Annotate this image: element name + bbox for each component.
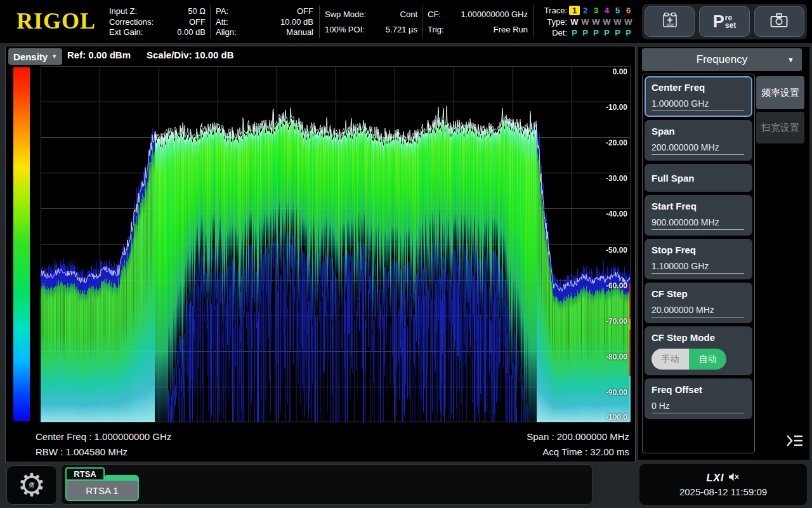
- trace-type-3[interactable]: W: [591, 17, 601, 27]
- swp-mode-value: Cont: [400, 10, 417, 19]
- trace-trace-1[interactable]: 1: [569, 6, 580, 15]
- trace-det-5[interactable]: P: [612, 28, 623, 37]
- trace-trace-2[interactable]: 2: [580, 6, 591, 15]
- lxi-indicator: LXI: [707, 472, 724, 484]
- menu-item-value: 20.000000 MHz: [652, 305, 744, 318]
- mode-tabs-panel: RTSA RTSA 1 +: [61, 464, 593, 505]
- scale-per-div-readout: Scale/Div: 10.00 dB: [147, 50, 234, 60]
- cf-trig-group: CF:1.000000000 GHz Trig:Free Run: [428, 6, 528, 37]
- camera-icon: [769, 12, 789, 31]
- poi-value: 5.721 µs: [386, 25, 417, 34]
- chevron-down-icon: ▼: [51, 53, 57, 60]
- frequency-sidebar: Frequency ▼ Center Freq1.000000 GHzSpan2…: [638, 47, 809, 460]
- multi-view-icon: VIEW: [661, 11, 679, 32]
- menu-collapse-icon[interactable]: [784, 432, 806, 450]
- menu-item-cf-step-mode[interactable]: CF Step Mode手动自动: [645, 326, 752, 375]
- preset-button[interactable]: P re set: [699, 6, 749, 37]
- menu-item-value: 900.000000 MHz: [652, 217, 744, 230]
- taskbar: ⚙ R RTSA RTSA 1 + LXI 2025-08-12 11: [0, 462, 812, 508]
- menu-item-cf-step[interactable]: CF Step20.000000 MHz: [645, 283, 752, 323]
- trace-status-det-label: Det:: [539, 28, 567, 37]
- trace-type-5[interactable]: W: [612, 17, 623, 27]
- swp-mode-label: Swp Mode:: [325, 10, 366, 19]
- rtsa-group-label: RTSA: [65, 467, 105, 481]
- menu-item-center-freq[interactable]: Center Freq1.000000 GHz: [645, 76, 752, 117]
- trace-det-6[interactable]: P: [623, 28, 634, 37]
- svg-text:VIEW: VIEW: [666, 23, 674, 27]
- ext-gain-value: 0.00 dB: [177, 27, 206, 37]
- corrections-value: OFF: [189, 17, 206, 27]
- tab-span-settings[interactable]: 扫宽设置: [756, 112, 804, 144]
- menu-item-stop-freq[interactable]: Stop Freq1.100000 GHz: [645, 239, 752, 279]
- menu-item-label: Full Span: [652, 173, 695, 184]
- system-status-panel[interactable]: LXI 2025-08-12 11:59:09: [639, 464, 807, 505]
- tab-frequency-settings[interactable]: 频率设置: [756, 76, 804, 109]
- pa-value: OFF: [297, 6, 313, 16]
- trace-det-1[interactable]: P: [569, 28, 580, 37]
- toggle-option-auto[interactable]: 自动: [689, 349, 726, 370]
- trace-trace-5[interactable]: 5: [612, 6, 623, 15]
- footer-acq-time: Acq Time : 32.00 ms: [542, 446, 629, 457]
- sweep-settings-group: Swp Mode:Cont 100% POI:5.721 µs: [325, 6, 417, 37]
- menu-item-span[interactable]: Span200.000000 MHz: [645, 120, 752, 161]
- trace-type-6[interactable]: W: [623, 17, 634, 27]
- menu-item-label: Center Freq: [652, 82, 745, 93]
- cf-value: 1.000000000 GHz: [461, 10, 528, 19]
- trace-type-4[interactable]: W: [601, 17, 612, 27]
- divider: [422, 5, 422, 38]
- footer-center-freq: Center Freq : 1.000000000 GHz: [36, 431, 171, 442]
- spectrum-panel: Density ▼ Ref: 0.00 dBm Scale/Div: 10.00…: [5, 46, 636, 462]
- rtsa-tab-label: RTSA 1: [65, 479, 139, 501]
- toggle-option-manual[interactable]: 手动: [652, 349, 689, 370]
- tab-span-settings-label: 扫宽设置: [761, 122, 799, 134]
- sidebar-menu: Center Freq1.000000 GHzSpan200.000000 MH…: [642, 74, 755, 453]
- trace-trace-4[interactable]: 4: [601, 6, 612, 15]
- poi-label: 100% POI:: [325, 25, 365, 34]
- footer-rbw: RBW : 1.004580 MHz: [36, 446, 128, 457]
- plot-area[interactable]: 0.00-10.00-20.00-30.00-40.00-50.00-60.00…: [41, 66, 631, 422]
- preset-label-bottom: set: [725, 22, 736, 29]
- ext-gain-label: Ext Gain:: [109, 27, 143, 37]
- system-menu-button[interactable]: ⚙ R: [6, 465, 57, 505]
- cf-label: CF:: [428, 10, 441, 19]
- divider: [319, 5, 320, 38]
- trace-det-3[interactable]: P: [591, 28, 601, 37]
- trace-det-2[interactable]: P: [580, 28, 591, 37]
- trace-type-2[interactable]: W: [580, 17, 591, 27]
- menu-item-label: CF Step: [652, 288, 745, 299]
- divider: [534, 5, 534, 38]
- rigol-gear-r: R: [29, 480, 35, 491]
- cf-step-mode-toggle[interactable]: 手动自动: [652, 349, 726, 370]
- trace-status-row-det: Det:PPPPPP: [539, 28, 636, 37]
- preset-icon: P: [713, 13, 724, 30]
- trace-status: Trace:123456Type:WWWWWWDet:PPPPPP: [539, 6, 636, 37]
- align-value: Manual: [286, 27, 313, 37]
- menu-item-freq-offset[interactable]: Freq Offset0 Hz: [645, 378, 752, 419]
- density-colorbar: [13, 67, 30, 421]
- display-mode-dropdown[interactable]: Density ▼: [8, 48, 62, 65]
- trace-status-row-trace: Trace:123456: [539, 6, 636, 15]
- menu-item-full-span[interactable]: Full Span: [645, 164, 752, 192]
- menu-item-label: Stop Freq: [652, 244, 745, 255]
- trace-type-1[interactable]: W: [569, 17, 580, 27]
- tab-frequency-settings-label: 频率设置: [761, 87, 799, 99]
- divider: [210, 5, 211, 38]
- footer-span: Span : 200.000000 MHz: [527, 431, 629, 442]
- tab-rtsa-1[interactable]: RTSA RTSA 1: [65, 467, 139, 501]
- multi-view-button[interactable]: VIEW: [645, 6, 695, 37]
- chevron-down-icon: ▼: [787, 56, 794, 64]
- topbar-buttons: VIEW P re set: [642, 4, 807, 39]
- menu-item-start-freq[interactable]: Start Freq900.000000 MHz: [645, 195, 752, 236]
- ref-level-readout: Ref: 0.00 dBm: [67, 50, 131, 60]
- screenshot-button[interactable]: [754, 6, 804, 37]
- menu-item-label: CF Step Mode: [652, 332, 745, 343]
- sidebar-menu-dropdown[interactable]: Frequency ▼: [642, 48, 802, 71]
- trace-trace-3[interactable]: 3: [591, 6, 601, 15]
- trace-status-row-type: Type:WWWWWW: [539, 17, 636, 27]
- density-spectrum-display[interactable]: [41, 66, 631, 422]
- trace-status-type-label: Type:: [539, 17, 567, 27]
- trace-trace-6[interactable]: 6: [623, 6, 634, 15]
- trace-det-4[interactable]: P: [601, 28, 612, 37]
- input-z-label: Input Z:: [109, 6, 137, 16]
- att-value: 10.00 dB: [280, 17, 313, 27]
